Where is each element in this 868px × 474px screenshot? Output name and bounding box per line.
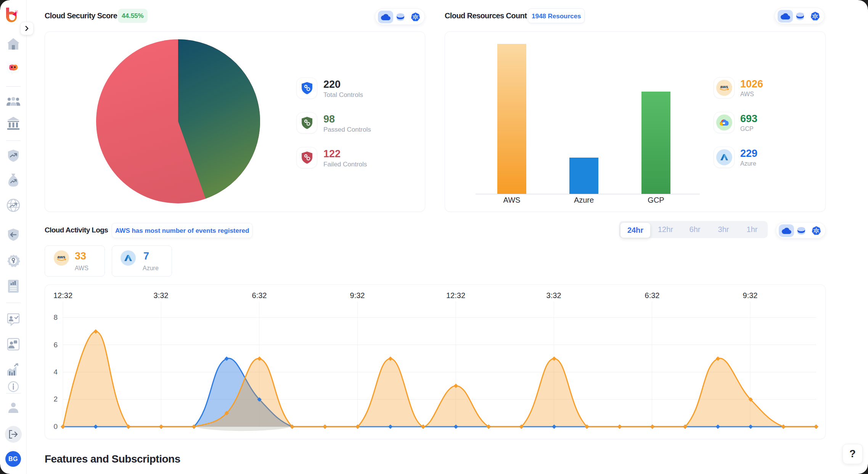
- svg-text:AWS: AWS: [503, 196, 521, 204]
- svg-text:GCP: GCP: [648, 196, 664, 204]
- svg-text:Azure: Azure: [574, 196, 594, 204]
- svg-text:aws: aws: [720, 84, 728, 89]
- svg-text:aws: aws: [58, 255, 66, 259]
